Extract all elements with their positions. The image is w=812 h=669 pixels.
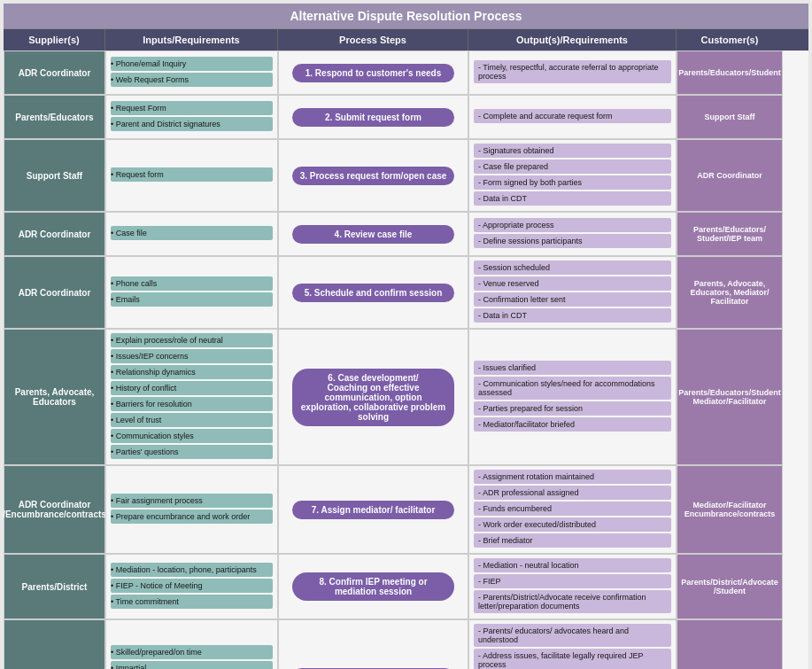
customer-cell-7: Parents/District/Advocate /Student xyxy=(677,554,783,619)
input-item: Request form xyxy=(111,167,273,182)
input-item: Barriers for resolution xyxy=(111,397,273,411)
input-item: Prepare encumbrance and work order xyxy=(111,510,273,524)
col-inputs-header: Inputs/Requirements xyxy=(105,29,278,51)
output-item: Parents/ educators/ advocates heard and … xyxy=(474,624,671,647)
process-box-0: 1. Respond to customer's needs xyxy=(292,64,454,82)
customer-cell-4: Parents, Advocate, Educators, Mediator/ … xyxy=(677,256,783,329)
input-item: Parties' questions xyxy=(111,445,273,459)
outputs-cell-0: Timely, respectful, accurate referral to… xyxy=(468,51,677,95)
process-cell-0: 1. Respond to customer's needs xyxy=(278,51,468,95)
input-item: Phone calls xyxy=(111,276,273,291)
output-item: Funds encumbered xyxy=(474,502,671,516)
output-item: Data in CDT xyxy=(474,308,671,323)
output-item: Appropriate process xyxy=(474,218,671,232)
supplier-cell-8: Mediator/facilitator xyxy=(4,619,105,669)
supplier-cell-1: Parents/Educators xyxy=(4,95,105,139)
process-box-4: 5. Schedule and confirm session xyxy=(292,284,454,302)
output-item: Address issues, facilitate legally requi… xyxy=(474,649,671,669)
output-item: Work order executed/distributed xyxy=(474,517,671,532)
process-cell-5: 6. Case development/ Coaching on effecti… xyxy=(278,329,468,465)
output-item: Brief mediator xyxy=(474,533,671,548)
process-cell-6: 7. Assign mediator/ facilitator xyxy=(278,465,468,554)
input-item: Emails xyxy=(111,292,273,307)
process-cell-3: 4. Review case file xyxy=(278,212,468,256)
process-box-3: 4. Review case file xyxy=(292,225,454,244)
customer-cell-5: Parents/Educators/Student Mediator/Facil… xyxy=(677,329,783,465)
supplier-cell-2: Support Staff xyxy=(4,139,105,212)
inputs-cell-7: Mediation - location, phone, participant… xyxy=(105,554,278,619)
outputs-cell-6: Assignment rotation maintainedADR profes… xyxy=(468,465,677,554)
process-box-1: 2. Submit request form xyxy=(292,108,454,127)
input-item: FIEP - Notice of Meeting xyxy=(111,579,273,593)
output-item: Mediator/facilitator briefed xyxy=(474,417,671,432)
input-item: History of conflict xyxy=(111,381,273,395)
supplier-cell-7: Parents/District xyxy=(4,554,105,619)
customer-cell-6: Mediator/Facilitator Encumbrance/contrac… xyxy=(677,465,783,554)
supplier-cell-4: ADR Coordinator xyxy=(4,256,105,329)
col-outputs-header: Output(s)/Requirements xyxy=(468,29,677,51)
output-item: Communication styles/need for accommodat… xyxy=(474,377,671,400)
customer-cell-3: Parents/Educators/ Student/IEP team xyxy=(677,212,783,256)
inputs-cell-5: Explain process/role of neutralIssues/IE… xyxy=(105,329,278,465)
input-item: Issues/IEP concerns xyxy=(111,349,273,363)
output-item: Parties prepared for session xyxy=(474,401,671,416)
input-item: Relationship dynamics xyxy=(111,365,273,379)
output-item: Parents/District/Advocate receive confir… xyxy=(474,590,671,613)
input-item: Phone/email Inquiry xyxy=(111,57,273,71)
process-cell-7: 8. Confirm IEP meeting or mediation sess… xyxy=(278,554,468,619)
col-process-header: Process Steps xyxy=(278,29,468,51)
supplier-cell-0: ADR Coordinator xyxy=(4,51,105,95)
input-item: Mediation - location, phone, participant… xyxy=(111,563,273,577)
output-item: FIEP xyxy=(474,574,671,588)
inputs-cell-6: Fair assignment processPrepare encumbran… xyxy=(105,465,278,554)
input-item: Skilled/prepared/on time xyxy=(111,645,273,659)
output-item: Timely, respectful, accurate referral to… xyxy=(474,60,671,83)
input-item: Communication styles xyxy=(111,429,273,443)
customer-cell-0: Parents/Educators/Student xyxy=(677,51,783,95)
input-item: Web Request Forms xyxy=(111,73,273,87)
col-supplier-header: Supplier(s) xyxy=(4,29,105,51)
input-item: Explain process/role of neutral xyxy=(111,333,273,347)
supplier-cell-6: ADR Coordinator /Encumbrance/contracts xyxy=(4,465,105,554)
customer-cell-8: Parents/Educators/Student xyxy=(677,619,783,669)
input-item: Impartial xyxy=(111,661,273,669)
input-item: Level of trust xyxy=(111,413,273,427)
output-item: Signatures obtained xyxy=(474,144,671,158)
input-item: Request Form xyxy=(111,101,273,115)
process-box-7: 8. Confirm IEP meeting or mediation sess… xyxy=(292,572,454,601)
process-box-2: 3. Process request form/open case xyxy=(292,167,454,185)
col-customer-header: Customer(s) xyxy=(677,29,783,51)
inputs-cell-3: Case file xyxy=(105,212,278,256)
output-item: Assignment rotation maintained xyxy=(474,470,671,484)
outputs-cell-8: Parents/ educators/ advocates heard and … xyxy=(468,619,677,669)
inputs-cell-8: Skilled/prepared/on timeImpartialSign Ag… xyxy=(105,619,278,669)
process-cell-2: 3. Process request form/open case xyxy=(278,139,468,212)
output-item: Form signed by both parties xyxy=(474,175,671,190)
output-item: Confirmation letter sent xyxy=(474,292,671,307)
output-item: Case file prepared xyxy=(474,159,671,174)
outputs-cell-2: Signatures obtainedCase file preparedFor… xyxy=(468,139,677,212)
input-item: Case file xyxy=(111,226,273,240)
page-title: Alternative Dispute Resolution Process xyxy=(4,4,808,29)
outputs-cell-3: Appropriate processDefine sessions parti… xyxy=(468,212,677,256)
inputs-cell-4: Phone callsEmails xyxy=(105,256,278,329)
process-box-6: 7. Assign mediator/ facilitator xyxy=(292,501,454,519)
output-item: ADR professional assigned xyxy=(474,486,671,500)
customer-cell-2: ADR Coordinator xyxy=(677,139,783,212)
input-item: Fair assignment process xyxy=(111,494,273,508)
outputs-cell-4: Session scheduledVenue reservedConfirmat… xyxy=(468,256,677,329)
process-cell-1: 2. Submit request form xyxy=(278,95,468,139)
process-cell-4: 5. Schedule and confirm session xyxy=(278,256,468,329)
outputs-cell-7: Mediation - neutral locationFIEPParents/… xyxy=(468,554,677,619)
output-item: Complete and accurate request form xyxy=(474,109,671,123)
header-row: Supplier(s) Inputs/Requirements Process … xyxy=(4,29,808,51)
output-item: Data in CDT xyxy=(474,191,671,206)
output-item: Mediation - neutral location xyxy=(474,558,671,572)
inputs-cell-2: Request form xyxy=(105,139,278,212)
outputs-cell-1: Complete and accurate request form xyxy=(468,95,677,139)
inputs-cell-1: Request FormParent and District signatur… xyxy=(105,95,278,139)
customer-cell-1: Support Staff xyxy=(677,95,783,139)
process-grid: ADR CoordinatorPhone/email InquiryWeb Re… xyxy=(4,51,808,669)
outputs-cell-5: Issues clarifiedCommunication styles/nee… xyxy=(468,329,677,465)
supplier-cell-3: ADR Coordinator xyxy=(4,212,105,256)
